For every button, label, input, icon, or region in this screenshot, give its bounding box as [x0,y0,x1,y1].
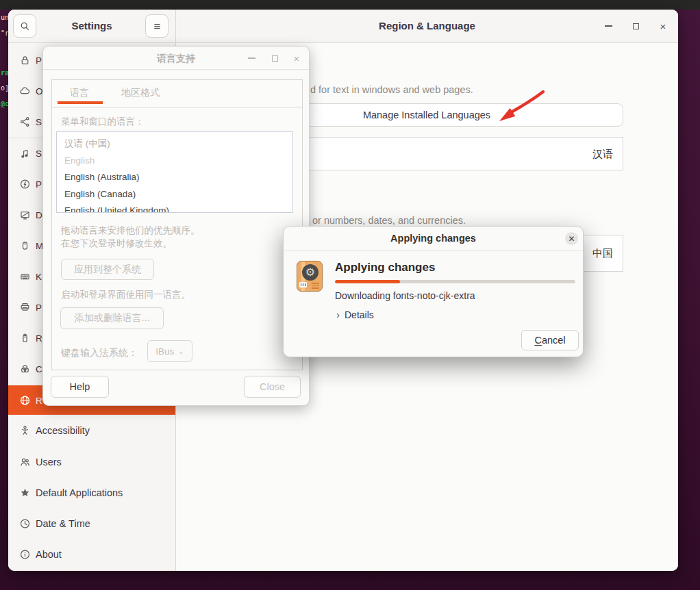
star-icon [19,487,31,499]
sidebar-item-date-time[interactable]: Date & Time [8,509,175,539]
chevron-right-icon: › [336,309,340,320]
sidebar-item-label: K [36,272,42,282]
menu-language-label: 菜单和窗口的语言： [61,116,145,128]
cancel-button[interactable]: Cancel [521,330,579,350]
ime-system-value: IBus [155,346,174,357]
sidebar-item-about[interactable]: About [8,539,175,569]
sidebar-item-label: Accessibility [36,425,90,436]
share-icon [19,116,31,128]
cloud-icon [19,86,31,97]
close-dialog-button[interactable]: Close [244,376,301,398]
power-icon [19,179,31,190]
add-remove-languages-button[interactable]: 添加或删除语言... [60,307,164,329]
sidebar-item-label: Users [36,457,62,467]
clock-icon [19,518,31,530]
sidebar-item-label: C [36,364,42,374]
maximize-button[interactable] [630,21,641,31]
drag-hint: 拖动语言来安排他们的优先顺序。 [61,225,200,237]
active-tab-indicator [58,101,103,104]
sidebar-item-label: Date & Time [36,518,90,529]
hamburger-icon [151,21,163,32]
sidebar-item-users[interactable]: Users [8,447,175,477]
details-label: Details [345,309,374,320]
minimize-button[interactable] [603,21,614,31]
users-icon [19,457,31,468]
list-item[interactable]: English (Canada) [57,186,292,203]
language-list: 汉语 (中国) English English (Australia) Engl… [56,131,293,213]
sidebar-item-label: D [36,210,42,220]
sidebar-item-label: Default Applications [36,487,123,498]
details-expander[interactable]: › Details [336,309,374,320]
manage-installed-languages-label: Manage Installed Languages [363,110,490,120]
accessibility-icon [19,425,31,437]
download-status: Downloading fonts-noto-cjk-extra [335,290,475,301]
applying-changes-heading: Applying changes [335,261,435,274]
progress-bar [335,280,575,283]
close-label: Close [260,381,285,392]
help-label: Help [70,381,90,392]
list-item[interactable]: 汉语 (中国) [57,132,292,153]
sidebar-item-default-applications[interactable]: Default Applications [8,478,175,508]
globe-icon [19,394,31,406]
minimize-button[interactable] [246,53,257,64]
formats-description: or numbers, dates, and currencies. [312,215,466,226]
sidebar-item-label: P [36,303,42,313]
list-item[interactable]: English (United Kingdom) [57,203,292,213]
lock-icon [19,55,31,66]
ime-system-label: 键盘输入法系统： [61,347,138,359]
gear-icon: ⚙ [302,264,318,281]
software-properties-icon: ⚙ [297,261,323,292]
dialog-titlebar: 语言支持 × [43,47,309,70]
list-item[interactable]: English (Australia) [57,169,292,186]
sidebar-headerbar: Settings [8,10,175,43]
maximize-button[interactable] [269,53,280,64]
sidebar-item-label: S [36,149,42,159]
list-item[interactable]: English [57,153,292,170]
apply-system-wide-label: 应用到整个系统 [74,264,141,276]
sidebar-item-accessibility[interactable]: Accessibility [8,415,175,446]
close-button[interactable]: × [658,21,668,31]
tab-regional-formats[interactable]: 地区格式 [121,87,160,99]
printer-icon [19,302,31,313]
apply-caption: 启动和登录界面使用同一语言。 [61,289,190,301]
language-description: d for text in windows and web pages. [310,84,473,95]
ime-system-dropdown[interactable]: IBus ⌄ [147,340,192,362]
tab-bar: 语言 地区格式 [52,80,302,107]
sidebar-item-label: P [36,179,42,190]
top-panel [0,0,700,10]
login-hint: 在您下次登录时修改生效。 [61,238,172,250]
panel-headerbar: Region & Language × [176,10,678,43]
mouse-icon [19,240,31,252]
sidebar-item-label: R [36,395,42,405]
close-button[interactable]: ✕ [565,232,578,245]
dialog-title: Applying changes [284,233,583,244]
apply-system-wide-button[interactable]: 应用到整个系统 [61,259,154,280]
language-value: 汉语 [592,147,613,160]
display-icon [19,209,31,221]
applying-changes-dialog: Applying changes ✕ ⚙ Applying changes Do… [283,226,584,357]
sidebar-item-label: P [36,55,42,66]
sidebar-item-label: M [36,241,42,251]
dialog-titlebar: Applying changes ✕ [284,227,583,251]
music-note-icon [19,148,31,159]
keyboard-icon [19,271,31,283]
sidebar-item-label: S [36,117,42,127]
sidebar-item-label: O [36,86,42,97]
sidebar-item-label: R [36,333,42,344]
help-button[interactable]: Help [51,376,109,398]
barcode-decoration [299,282,307,287]
add-remove-languages-label: 添加或删除语言... [75,312,150,324]
usb-drive-icon [19,333,31,344]
tab-language[interactable]: 语言 [70,87,89,99]
close-button[interactable]: × [291,53,302,64]
info-icon [19,549,31,561]
tab-frame: 语言 地区格式 菜单和窗口的语言： 汉语 (中国) English Englis… [51,79,303,370]
progress-fill [335,280,400,283]
color-circles-icon [19,363,31,375]
formats-value: 中国 [592,247,613,260]
sidebar-item-label: About [36,549,62,560]
primary-menu-button[interactable] [145,14,168,38]
chevron-down-icon: ⌄ [178,348,184,355]
language-support-dialog: 语言支持 × 语言 地区格式 菜单和窗口的语言： 汉语 (中国) English… [42,46,310,406]
